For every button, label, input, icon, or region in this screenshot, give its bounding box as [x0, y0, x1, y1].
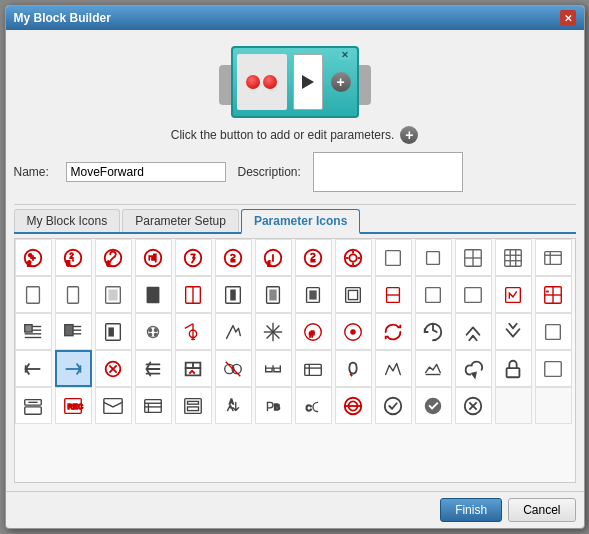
- icon-cell[interactable]: [55, 313, 92, 350]
- icon-cell[interactable]: [375, 313, 412, 350]
- svg-rect-41: [230, 289, 236, 300]
- icon-cell[interactable]: [535, 313, 572, 350]
- svg-point-1: [28, 252, 33, 257]
- icon-cell[interactable]: [295, 276, 332, 313]
- icon-cell[interactable]: -: [535, 276, 572, 313]
- icon-cell[interactable]: [135, 313, 172, 350]
- icon-cell[interactable]: [495, 276, 532, 313]
- svg-rect-47: [348, 290, 357, 299]
- svg-point-72: [154, 333, 157, 336]
- icon-cell[interactable]: [335, 276, 372, 313]
- icon-cell[interactable]: [15, 276, 52, 313]
- icon-cell[interactable]: [335, 387, 372, 424]
- play-triangle-icon: [302, 75, 314, 89]
- block-close-x[interactable]: ✕: [339, 50, 351, 60]
- icon-cell[interactable]: [415, 239, 452, 276]
- icon-cell[interactable]: #: [295, 313, 332, 350]
- block-play-area[interactable]: [293, 54, 323, 110]
- cancel-button[interactable]: Cancel: [508, 498, 575, 522]
- icon-cell[interactable]: [455, 350, 492, 387]
- icon-cell[interactable]: [335, 239, 372, 276]
- tab-parameter-setup[interactable]: Parameter Setup: [122, 209, 239, 232]
- icon-cell[interactable]: [175, 313, 212, 350]
- icon-cell[interactable]: [135, 387, 172, 424]
- close-button[interactable]: ✕: [560, 10, 576, 26]
- svg-rect-109: [145, 399, 162, 412]
- icon-cell[interactable]: [255, 276, 292, 313]
- icon-cell[interactable]: [255, 350, 292, 387]
- icon-cell[interactable]: [335, 313, 372, 350]
- add-param-icon[interactable]: +: [400, 126, 418, 144]
- icon-cell[interactable]: [415, 313, 452, 350]
- icon-cell[interactable]: [295, 239, 332, 276]
- icon-cell[interactable]: [215, 276, 252, 313]
- icon-cell[interactable]: [375, 350, 412, 387]
- icon-cell[interactable]: [175, 239, 212, 276]
- icon-cell[interactable]: [495, 239, 532, 276]
- icon-cell[interactable]: [535, 239, 572, 276]
- icon-cell[interactable]: [215, 313, 252, 350]
- svg-point-70: [154, 328, 157, 331]
- icon-cell[interactable]: [455, 239, 492, 276]
- icon-cell[interactable]: [135, 239, 172, 276]
- icon-cell[interactable]: A: [215, 387, 252, 424]
- icon-cell[interactable]: [455, 387, 492, 424]
- icon-cell[interactable]: [135, 350, 172, 387]
- icon-cell[interactable]: [455, 313, 492, 350]
- icon-cell[interactable]: 1: [255, 239, 292, 276]
- icon-cell[interactable]: [55, 276, 92, 313]
- icon-cell[interactable]: C: [295, 387, 332, 424]
- icon-cell[interactable]: [175, 350, 212, 387]
- block-right-connector: [359, 65, 371, 105]
- svg-rect-61: [25, 324, 32, 331]
- icon-cell[interactable]: [255, 313, 292, 350]
- icon-cell[interactable]: [415, 387, 452, 424]
- svg-rect-21: [427, 251, 440, 264]
- icon-cell[interactable]: [335, 350, 372, 387]
- icon-cell[interactable]: [375, 239, 412, 276]
- icon-cell[interactable]: [535, 350, 572, 387]
- icon-cell[interactable]: 6: [95, 239, 132, 276]
- svg-rect-85: [546, 324, 561, 339]
- icon-cell[interactable]: [495, 313, 532, 350]
- tab-my-block-icons[interactable]: My Block Icons: [14, 209, 121, 232]
- icon-cell[interactable]: [95, 276, 132, 313]
- icon-cell[interactable]: [455, 276, 492, 313]
- icon-cell[interactable]: [415, 276, 452, 313]
- icon-cell[interactable]: [495, 350, 532, 387]
- icon-cell[interactable]: [415, 350, 452, 387]
- svg-text:C: C: [306, 403, 312, 412]
- icon-cell[interactable]: 5: [55, 239, 92, 276]
- finish-button[interactable]: Finish: [440, 498, 502, 522]
- name-input[interactable]: [66, 162, 226, 182]
- icon-cell[interactable]: [375, 276, 412, 313]
- icon-cell[interactable]: [375, 387, 412, 424]
- tab-parameter-icons[interactable]: Parameter Icons: [241, 209, 360, 234]
- icon-cell[interactable]: [95, 313, 132, 350]
- icon-cell[interactable]: [95, 350, 132, 387]
- form-row: Name: Description:: [14, 152, 576, 192]
- icon-cell[interactable]: B: [255, 387, 292, 424]
- icon-cell[interactable]: [175, 387, 212, 424]
- icon-cell[interactable]: [95, 387, 132, 424]
- svg-rect-37: [147, 286, 160, 303]
- svg-rect-45: [309, 290, 316, 299]
- icon-cell[interactable]: [295, 350, 332, 387]
- icon-cell[interactable]: [55, 350, 92, 387]
- icon-cell[interactable]: [175, 276, 212, 313]
- svg-point-84: [350, 329, 356, 335]
- block-add-area[interactable]: +: [327, 54, 355, 110]
- instruction-text: Click the button to add or edit paramete…: [14, 126, 576, 144]
- svg-text:#: #: [309, 328, 315, 338]
- icon-cell[interactable]: 2: [15, 239, 52, 276]
- icons-grid-container[interactable]: 2 5 6 1: [14, 238, 576, 483]
- icon-cell[interactable]: [15, 313, 52, 350]
- icon-cell[interactable]: [215, 239, 252, 276]
- icon-cell[interactable]: [135, 276, 172, 313]
- icon-cell[interactable]: [215, 350, 252, 387]
- icon-cell[interactable]: [15, 387, 52, 424]
- main-window: My Block Builder ✕ ✕: [5, 5, 585, 529]
- icon-cell[interactable]: [15, 350, 52, 387]
- icon-cell[interactable]: REC: [55, 387, 92, 424]
- description-input[interactable]: [313, 152, 463, 192]
